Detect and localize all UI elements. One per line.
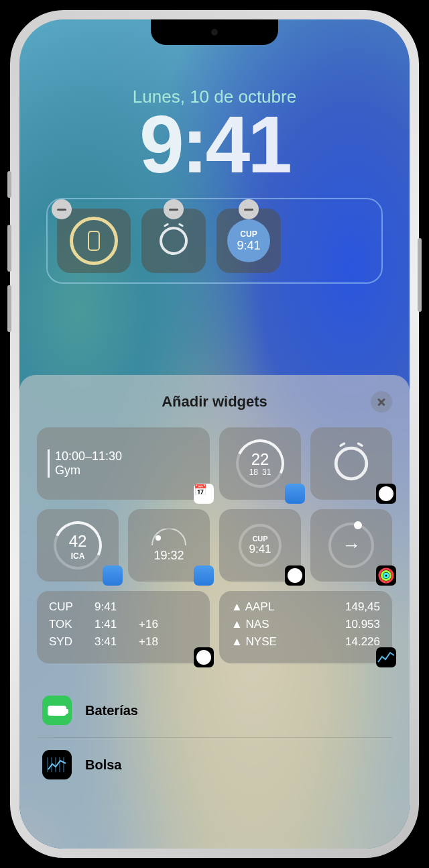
weather-high: 31 bbox=[262, 468, 271, 477]
fitness-app-badge-icon bbox=[376, 565, 396, 586]
weather-app-badge-icon bbox=[194, 565, 214, 586]
widget-option-sunset[interactable]: 19:32 bbox=[128, 509, 210, 582]
world-clock-city: CUP bbox=[240, 229, 257, 239]
widget-option-air-quality[interactable]: 42 ICA bbox=[37, 509, 119, 582]
table-row: ▲ AAPL 149,45 bbox=[231, 600, 380, 614]
widget-option-calendar[interactable]: 10:00–11:30 Gym 📅 bbox=[37, 427, 210, 500]
add-widgets-sheet: Añadir widgets 10:00–11:30 Gym 📅 bbox=[19, 375, 410, 849]
remove-widget-icon[interactable] bbox=[164, 199, 184, 219]
app-list-item-batteries[interactable]: Baterías bbox=[37, 684, 392, 738]
calendar-time-range: 10:00–11:30 bbox=[55, 449, 122, 464]
screen: Lunes, 10 de octubre 9:41 CUP 9:41 bbox=[19, 19, 410, 849]
widget-world-clock[interactable]: CUP 9:41 bbox=[217, 209, 281, 273]
arrow-right-icon: → bbox=[342, 535, 361, 556]
calendar-event-name: Gym bbox=[55, 464, 122, 478]
table-row: ▲ NAS 10.953 bbox=[231, 618, 380, 631]
side-button bbox=[418, 238, 422, 312]
widget-option-stocks-list[interactable]: ▲ AAPL 149,45 ▲ NAS 10.953 ▲ NYSE 14.226 bbox=[219, 591, 392, 663]
alarm-clock-icon bbox=[334, 447, 368, 480]
lockscreen-widget-strip[interactable]: CUP 9:41 bbox=[46, 198, 383, 284]
world-clock-circle: CUP 9:41 bbox=[227, 219, 270, 262]
mute-switch bbox=[7, 171, 11, 198]
sheet-header: Añadir widgets bbox=[37, 391, 392, 413]
clock-app-badge-icon bbox=[194, 647, 214, 667]
weather-temp-value: 22 bbox=[251, 450, 269, 469]
remove-widget-icon[interactable] bbox=[239, 199, 259, 219]
sunset-time: 19:32 bbox=[154, 549, 184, 563]
phone-device-frame: Lunes, 10 de octubre 9:41 CUP 9:41 bbox=[10, 10, 419, 858]
weather-app-badge-icon bbox=[285, 484, 305, 504]
widget-app-list: Baterías Bolsa bbox=[37, 684, 392, 792]
table-row: ▲ NYSE 14.226 bbox=[231, 635, 380, 649]
table-row: CUP 9:41 bbox=[49, 600, 198, 614]
calendar-app-badge-icon: 📅 bbox=[194, 484, 214, 504]
weather-low: 18 bbox=[249, 468, 258, 477]
sheet-title: Añadir widgets bbox=[162, 393, 267, 411]
widget-alarm[interactable] bbox=[141, 209, 206, 273]
stocks-app-icon bbox=[42, 750, 72, 779]
widget-option-fitness[interactable]: → bbox=[310, 509, 392, 582]
lock-screen-area: Lunes, 10 de octubre 9:41 CUP 9:41 bbox=[19, 19, 410, 284]
world-clock-time: 9:41 bbox=[237, 239, 260, 253]
widget-option-weather-temp[interactable]: 22 18 31 bbox=[219, 427, 301, 500]
world-clock-city: CUP bbox=[252, 535, 267, 543]
aqi-label: ICA bbox=[71, 551, 85, 561]
battery-icon bbox=[48, 706, 66, 716]
battery-ring-icon bbox=[70, 217, 118, 265]
volume-up-button bbox=[7, 225, 11, 272]
weather-app-badge-icon bbox=[103, 565, 123, 586]
svg-point-2 bbox=[382, 572, 391, 580]
aqi-value: 42 bbox=[69, 532, 87, 551]
close-icon bbox=[377, 398, 385, 406]
svg-point-0 bbox=[156, 535, 161, 541]
batteries-app-icon bbox=[42, 696, 72, 725]
widget-battery-ring[interactable] bbox=[57, 209, 131, 273]
notch bbox=[151, 19, 278, 45]
clock-app-badge-icon bbox=[285, 565, 305, 586]
app-name-label: Baterías bbox=[85, 703, 138, 718]
widget-option-world-clocks-list[interactable]: CUP 9:41 TOK 1:41 +16 SYD 3:41 +18 bbox=[37, 591, 210, 663]
svg-point-3 bbox=[384, 574, 388, 578]
volume-down-button bbox=[7, 285, 11, 332]
widget-option-world-clock-small[interactable]: CUP 9:41 bbox=[219, 509, 301, 582]
clock-app-badge-icon bbox=[376, 484, 396, 504]
widget-suggestions-grid: 10:00–11:30 Gym 📅 22 18 31 bbox=[37, 427, 392, 663]
widget-option-alarm[interactable] bbox=[310, 427, 392, 500]
app-name-label: Bolsa bbox=[85, 757, 121, 773]
lockscreen-time[interactable]: 9:41 bbox=[19, 104, 410, 184]
remove-widget-icon[interactable] bbox=[52, 199, 72, 219]
table-row: SYD 3:41 +18 bbox=[49, 635, 198, 649]
iphone-icon bbox=[88, 231, 100, 251]
stocks-app-badge-icon bbox=[376, 647, 396, 667]
alarm-clock-icon bbox=[160, 227, 188, 255]
close-button[interactable] bbox=[371, 391, 392, 413]
table-row: TOK 1:41 +16 bbox=[49, 618, 198, 631]
world-clock-time: 9:41 bbox=[249, 543, 271, 556]
sunset-arc-icon bbox=[149, 529, 189, 549]
app-list-item-stocks[interactable]: Bolsa bbox=[37, 738, 392, 792]
